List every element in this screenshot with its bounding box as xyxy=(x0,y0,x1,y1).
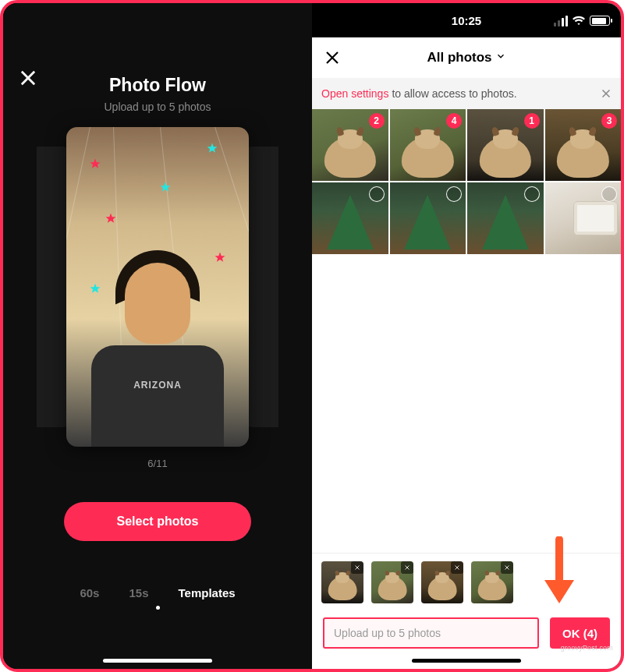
upload-limit-highlight: Upload up to 5 photos xyxy=(323,617,539,649)
selected-thumbnail[interactable] xyxy=(321,561,363,603)
photo-thumbnail[interactable] xyxy=(467,182,544,254)
selected-thumbnail[interactable] xyxy=(371,561,413,603)
shirt-text: ARIZONA xyxy=(91,380,224,391)
tab-15s[interactable]: 15s xyxy=(129,586,148,599)
select-photos-button[interactable]: Select photos xyxy=(64,502,251,541)
notice-text: to allow access to photos. xyxy=(392,87,516,100)
watermark: groovyPost.com xyxy=(561,644,613,652)
template-header: Photo Flow Upload up to 5 photos xyxy=(3,75,312,113)
close-icon[interactable] xyxy=(323,48,342,67)
home-indicator[interactable] xyxy=(103,659,212,663)
wifi-icon xyxy=(573,14,585,27)
status-bar: 10:25 xyxy=(312,3,621,37)
template-preview[interactable]: ARIZONA xyxy=(66,127,249,447)
selection-circle[interactable] xyxy=(601,186,617,202)
dismiss-notice-icon[interactable] xyxy=(599,87,613,101)
tab-60s[interactable]: 60s xyxy=(80,586,99,599)
template-preview-carousel[interactable]: ARIZONA xyxy=(3,127,312,447)
photo-grid: 2413 xyxy=(312,109,621,254)
close-icon[interactable] xyxy=(17,67,39,89)
photo-thumbnail[interactable]: 4 xyxy=(390,109,466,181)
template-subtitle: Upload up to 5 photos xyxy=(3,101,312,113)
photo-thumbnail[interactable] xyxy=(312,182,388,254)
remove-selection-icon[interactable] xyxy=(501,561,513,574)
photo-picker-panel: 10:25 All photos xyxy=(312,3,621,669)
chevron-down-icon xyxy=(495,50,506,65)
select-photos-label: Select photos xyxy=(117,515,199,529)
remove-selection-icon[interactable] xyxy=(351,561,363,574)
selected-row xyxy=(312,553,621,610)
album-selector[interactable]: All photos xyxy=(427,50,505,65)
template-title: Photo Flow xyxy=(3,75,312,96)
picker-title-label: All photos xyxy=(427,50,491,65)
svg-marker-1 xyxy=(161,182,171,192)
svg-marker-3 xyxy=(207,143,218,153)
mode-tabs: 60s 15s Templates xyxy=(3,586,312,599)
svg-marker-0 xyxy=(90,159,101,168)
blank-area xyxy=(312,254,621,553)
selection-circle[interactable] xyxy=(446,186,462,202)
template-panel: Photo Flow Upload up to 5 photos ARIZONA xyxy=(3,3,312,669)
battery-icon xyxy=(590,16,610,26)
selection-badge: 2 xyxy=(369,113,385,129)
selection-badge: 4 xyxy=(446,113,462,129)
open-settings-link[interactable]: Open settings xyxy=(321,87,388,100)
status-icons xyxy=(554,14,610,27)
picker-header: All photos xyxy=(312,37,621,78)
photo-thumbnail[interactable]: 1 xyxy=(467,109,544,181)
photo-thumbnail[interactable] xyxy=(390,182,466,254)
upload-limit-text: Upload up to 5 photos xyxy=(334,627,441,639)
home-indicator[interactable] xyxy=(412,659,521,663)
selected-thumbnail[interactable] xyxy=(421,561,463,603)
selection-badge: 3 xyxy=(601,113,617,129)
preview-person: ARIZONA xyxy=(87,244,228,447)
selection-circle[interactable] xyxy=(369,186,385,202)
template-counter: 6/11 xyxy=(3,458,312,469)
pager-dot xyxy=(156,606,160,610)
selection-badge: 1 xyxy=(524,113,540,129)
permission-notice: Open settings to allow access to photos. xyxy=(312,78,621,109)
signal-icon xyxy=(554,16,568,27)
tab-templates[interactable]: Templates xyxy=(178,586,235,599)
bottom-bar: Upload up to 5 photos OK (4) xyxy=(312,610,621,669)
selection-circle[interactable] xyxy=(524,186,540,202)
photo-thumbnail[interactable]: 2 xyxy=(312,109,388,181)
svg-marker-2 xyxy=(106,214,116,223)
photo-thumbnail[interactable]: 3 xyxy=(545,109,622,181)
status-time: 10:25 xyxy=(452,14,481,27)
photo-thumbnail[interactable] xyxy=(545,182,622,254)
selected-thumbnail[interactable] xyxy=(471,561,513,603)
ok-button-label: OK (4) xyxy=(562,627,597,640)
remove-selection-icon[interactable] xyxy=(401,561,413,574)
next-template-peek[interactable] xyxy=(244,147,278,427)
remove-selection-icon[interactable] xyxy=(451,561,463,574)
